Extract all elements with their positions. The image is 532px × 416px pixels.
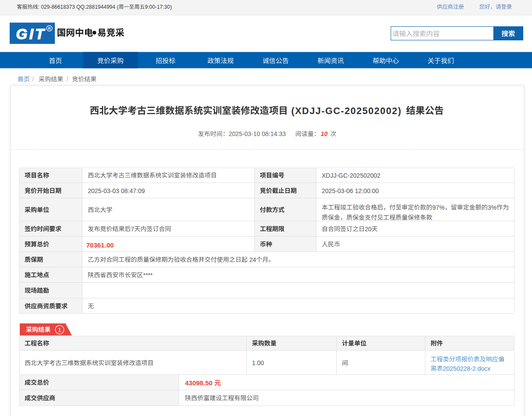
svg-text:10: 10	[321, 130, 328, 137]
svg-text:7: 7	[131, 226, 134, 233]
svg-text:43098.50: 43098.50	[185, 379, 215, 387]
svg-text:3%: 3%	[488, 204, 496, 211]
svg-text:1: 1	[58, 326, 61, 333]
svg-text:: 029-86618373 QQ:2881944994 (: : 029-86618373 QQ:2881944994 (	[38, 4, 119, 10]
svg-text:/: /	[67, 75, 68, 82]
svg-text:GIT: GIT	[16, 26, 47, 42]
svg-text:70361.00: 70361.00	[86, 241, 114, 249]
svg-text:20: 20	[365, 226, 372, 233]
svg-text:24: 24	[248, 256, 256, 263]
svg-text:9:00-17:30): 9:00-17:30)	[145, 4, 172, 10]
svg-text:1.00: 1.00	[252, 359, 264, 366]
svg-text:XDJJ-GC-202502002: XDJJ-GC-202502002	[322, 172, 381, 179]
svg-text:/: /	[32, 75, 34, 82]
svg-text:2025-03-06 12:00:00: 2025-03-06 12:00:00	[322, 187, 379, 194]
svg-text:2025-03-10 08:14:33: 2025-03-10 08:14:33	[229, 130, 286, 137]
svg-text:2025-03-03 08:47:09: 2025-03-03 08:47:09	[88, 187, 145, 194]
svg-text:R: R	[48, 26, 51, 31]
svg-text:****: ****	[143, 272, 153, 279]
svg-text:(XDJJ-GC-202502002): (XDJJ-GC-202502002)	[288, 106, 405, 116]
svg-text:97%: 97%	[432, 204, 445, 211]
svg-text:20250228-2.docx: 20250228-2.docx	[443, 365, 490, 372]
